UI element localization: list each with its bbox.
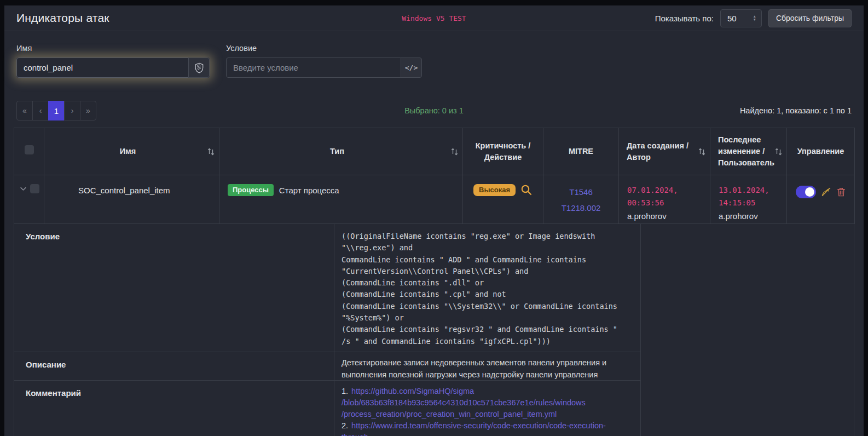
sort-icon[interactable] [698, 147, 706, 156]
created-date: 07.01.2024, [627, 184, 707, 197]
column-header-modified[interactable]: Последнее изменение / Пользователь [710, 128, 787, 175]
filters-section: Имя Условие </> [4, 31, 864, 78]
modified-user: a.prohorov [719, 210, 783, 223]
comment-item: 2.https://www.ired.team/offensive-securi… [342, 420, 633, 436]
trash-icon [836, 187, 846, 197]
severity-badge: Высокая [473, 184, 516, 196]
comment-number: 1. [342, 387, 348, 395]
condition-filter: Условие </> [226, 44, 422, 78]
pagination: « ‹ 1 › » [16, 101, 96, 121]
condition-filter-group: </> [226, 58, 422, 78]
created-time: 00:53:56 [627, 197, 707, 209]
comment-list: 1.https://github.com/SigmaHQ/sigma /blob… [334, 381, 641, 436]
created-cell: 07.01.2024, 00:53:56 a.prohorov [619, 175, 710, 224]
top-bar: Индикаторы атак Windows V5 TEST Показыва… [4, 5, 864, 31]
condition-filter-input[interactable] [226, 58, 401, 78]
pagination-prev-button[interactable]: ‹ [32, 101, 49, 121]
row-checkbox[interactable] [30, 184, 39, 193]
shield-filter-button[interactable] [188, 58, 210, 78]
modified-time: 14:15:05 [719, 197, 783, 209]
code-icon: </> [405, 64, 418, 72]
select-spinner-icon: ▲▼ [753, 15, 756, 21]
column-header-type[interactable]: Тип [219, 128, 463, 175]
type-event-text: Старт процесса [279, 186, 339, 195]
comment-link[interactable]: https://github.com/SigmaHQ/sigma /blob/6… [342, 387, 586, 418]
pencil-icon [821, 187, 831, 197]
edit-button[interactable] [821, 187, 831, 197]
indicators-panel: Индикаторы атак Windows V5 TEST Показыва… [4, 5, 864, 436]
page-title: Индикаторы атак [16, 12, 109, 25]
page: Индикаторы атак Windows V5 TEST Показыва… [0, 0, 868, 436]
mitre-link-t1218[interactable]: T1218.002 [543, 200, 618, 216]
comment-number: 2. [342, 421, 348, 430]
toggle-knob [805, 187, 814, 197]
selected-counter: Выбрано: 0 из 1 [404, 106, 464, 115]
sort-icon[interactable] [774, 147, 783, 156]
name-filter-label: Имя [16, 44, 210, 53]
details-empty-area [641, 224, 854, 436]
environment-label: Windows V5 TEST [402, 14, 466, 22]
name-filter: Имя [16, 44, 210, 78]
enabled-toggle[interactable] [796, 186, 816, 198]
condition-filter-label: Условие [226, 44, 422, 53]
indicator-type-cell: Процессы Старт процесса [219, 175, 463, 224]
severity-cell: Высокая [463, 175, 543, 224]
description-text: Детектирование записи недоверенных элеме… [334, 352, 641, 381]
pagination-next-button[interactable]: › [64, 101, 80, 121]
expand-row-chevron-down-icon[interactable] [19, 185, 27, 193]
list-bar: « ‹ 1 › » Выбрано: 0 из 1 Найдено: 1, по… [16, 101, 852, 121]
modified-cell: 13.01.2024, 14:15:05 a.prohorov [710, 175, 787, 224]
column-header-controls: Управление [787, 128, 855, 175]
condition-label: Условие [14, 224, 334, 352]
table-header-row: Имя Тип Критичность / Действие MITRE Д [14, 128, 855, 175]
pagination-first-button[interactable]: « [16, 101, 33, 121]
page-size-select[interactable]: 50 ▲▼ [720, 9, 762, 27]
name-filter-input[interactable] [16, 58, 189, 78]
search-action-icon[interactable] [520, 184, 533, 196]
table-row: SOC_control_panel_item Процессы Старт пр… [14, 175, 855, 224]
top-bar-actions: Показывать по: 50 ▲▼ Сбросить фильтры [655, 9, 852, 27]
comment-link[interactable]: https://www.ired.team/offensive-security… [342, 421, 606, 436]
pagination-page-1-button[interactable]: 1 [48, 101, 65, 121]
sort-icon[interactable] [207, 147, 215, 156]
found-counter: Найдено: 1, показано: с 1 по 1 [740, 106, 852, 115]
controls-cell [787, 175, 855, 224]
condition-code: ((OriginalFileName icontains "reg.exe" o… [334, 224, 641, 352]
delete-button[interactable] [836, 187, 846, 197]
reset-filters-button[interactable]: Сбросить фильтры [768, 9, 852, 27]
mitre-link-t1546[interactable]: T1546 [543, 184, 618, 200]
page-size-label: Показывать по: [655, 14, 714, 23]
select-all-checkbox[interactable] [25, 145, 34, 154]
name-filter-group [16, 58, 210, 78]
column-header-mitre: MITRE [543, 128, 619, 175]
comment-label: Комментарий [14, 381, 334, 436]
type-tag-badge: Процессы [228, 184, 274, 196]
code-editor-button[interactable]: </> [401, 58, 422, 78]
shield-icon [194, 62, 204, 73]
sort-icon[interactable] [450, 147, 459, 156]
page-size-value: 50 [727, 14, 737, 23]
column-header-name[interactable]: Имя [44, 128, 219, 175]
modified-date: 13.01.2024, [719, 184, 783, 197]
column-header-severity: Критичность / Действие [463, 128, 543, 175]
pagination-last-button[interactable]: » [80, 101, 96, 121]
indicators-table: Имя Тип Критичность / Действие MITRE Д [14, 128, 855, 224]
description-label: Описание [14, 352, 334, 381]
comment-item: 1.https://github.com/SigmaHQ/sigma /blob… [342, 386, 633, 420]
created-author: a.prohorov [627, 210, 707, 223]
mitre-cell: T1546 T1218.002 [543, 175, 619, 224]
column-header-created[interactable]: Дата создания / Автор [619, 128, 710, 175]
row-details: Условие ((OriginalFileName icontains "re… [14, 224, 854, 436]
indicator-name-cell: SOC_control_panel_item [44, 175, 219, 224]
